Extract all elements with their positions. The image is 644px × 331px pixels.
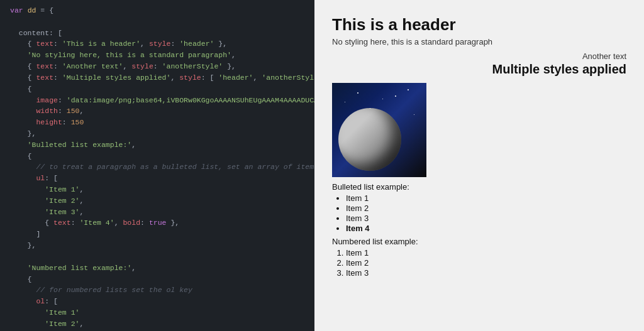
code-editor[interactable]: var dd = { content: [ { text: 'This is a… <box>0 0 314 331</box>
code-line: var dd = { <box>0 5 314 16</box>
num-item-2: Item 2 <box>346 258 626 268</box>
code-line: { text: 'Another text', style: 'anotherS… <box>0 61 314 72</box>
code-line: { <box>0 151 314 162</box>
code-line <box>0 251 314 263</box>
preview-numbered-label: Numbered list example: <box>332 237 626 246</box>
code-line: // for numbered lists set the ol key <box>0 285 314 296</box>
code-line: image: 'data:image/png;base64,iVBORw0KGg… <box>0 95 314 106</box>
preview-panel: This is a header No styling here, this i… <box>314 0 644 331</box>
code-line: 'Item 2', <box>0 195 314 207</box>
num-item-1: Item 1 <box>346 248 626 258</box>
code-line: { text: 'Multiple styles applied', style… <box>0 72 314 84</box>
code-line: { <box>0 84 314 95</box>
preview-bullet-list: Item 1 Item 2 Item 3 Item 4 <box>332 193 626 233</box>
code-line: { text: 'This is a header', style: 'head… <box>0 38 314 50</box>
code-line: 'Item 1', <box>0 184 314 195</box>
code-line: height: 150 <box>0 117 314 128</box>
preview-numbered-list: Item 1 Item 2 Item 3 <box>332 248 626 278</box>
code-line: 'Bulleted list example:', <box>0 139 314 151</box>
code-line: }, <box>0 128 314 139</box>
code-line: 'Item 3', <box>0 207 314 218</box>
code-line: ol: [ <box>0 296 314 307</box>
code-line: ul: [ <box>0 173 314 184</box>
preview-another-text: Another text <box>332 52 626 61</box>
bullet-item-3: Item 3 <box>346 214 626 223</box>
preview-standard-para: No styling here, this is a standard para… <box>332 37 626 46</box>
code-line: // to treat a paragraph as a bulleted li… <box>0 161 314 173</box>
code-line: 'Item 1' <box>0 307 314 318</box>
code-line: 'Item 2', <box>0 318 314 330</box>
code-line: ] <box>0 229 314 240</box>
bullet-item-2: Item 2 <box>346 203 626 213</box>
preview-bulleted-label: Bulleted list example: <box>332 182 626 192</box>
code-line: width: 150, <box>0 106 314 117</box>
code-line: content: [ <box>0 28 314 39</box>
num-item-3: Item 3 <box>346 268 626 278</box>
code-line: 'No styling here, this is a standard par… <box>0 50 314 61</box>
bullet-item-4: Item 4 <box>346 224 626 233</box>
code-line: { <box>0 274 314 285</box>
code-line: }, <box>0 240 314 251</box>
preview-multiple-styles: Multiple styles applied <box>332 62 626 77</box>
preview-header: This is a header <box>332 15 626 35</box>
code-line: { text: 'Item 4', bold: true }, <box>0 217 314 229</box>
code-line: 'Numbered list example:', <box>0 263 314 274</box>
bullet-item-1: Item 1 <box>346 193 626 203</box>
code-line <box>0 16 314 28</box>
preview-image <box>332 83 426 177</box>
